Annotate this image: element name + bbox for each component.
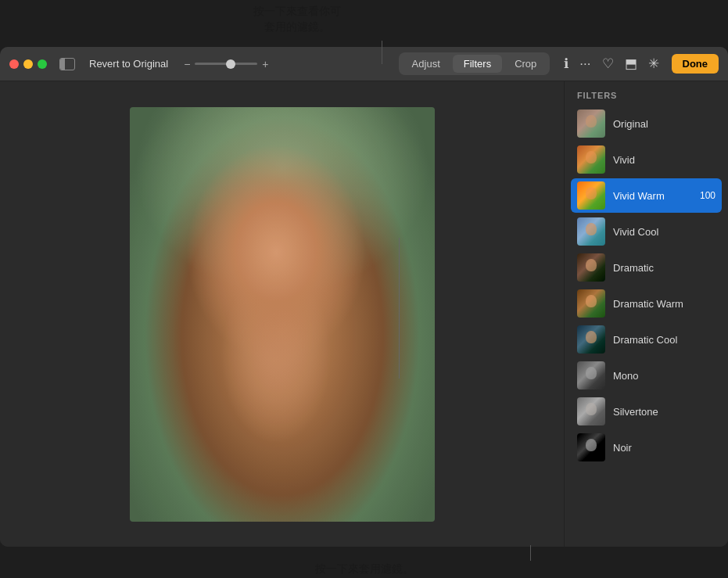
filter-name-silvertone: Silvertone — [613, 406, 715, 418]
content-area: FILTERS OriginalVividVivid Warm100Vivid … — [0, 81, 728, 547]
filter-thumb-silvertone — [577, 397, 605, 425]
tab-crop[interactable]: Crop — [504, 55, 547, 73]
filter-thumb-dramatic-warm — [577, 289, 605, 318]
zoom-increase-icon[interactable]: + — [260, 58, 270, 70]
filter-thumb-image-dramatic-warm — [577, 289, 605, 318]
filter-thumb-image-vivid-cool — [577, 217, 605, 246]
filter-thumb-vivid-cool — [577, 217, 605, 246]
filter-item-vivid-warm[interactable]: Vivid Warm100 — [571, 178, 722, 213]
main-window: Revert to Original − + Adjust Filters Cr… — [0, 47, 728, 547]
filter-intensity-vivid-warm: 100 — [700, 190, 715, 201]
filter-thumb-image-vivid-warm — [577, 181, 605, 210]
more-icon[interactable]: ··· — [578, 55, 592, 74]
close-button[interactable] — [9, 59, 19, 69]
revert-to-original-button[interactable]: Revert to Original — [84, 56, 173, 71]
toolbar-icons: ℹ ··· ♡ ⬒ ✳ — [562, 54, 660, 74]
edit-tabs: Adjust Filters Crop — [399, 52, 550, 75]
minimize-button[interactable] — [23, 59, 33, 69]
photo-background — [130, 107, 435, 522]
filter-item-vivid-cool[interactable]: Vivid Cool — [571, 214, 722, 249]
filter-item-dramatic-cool[interactable]: Dramatic Cool — [571, 322, 722, 357]
filter-thumb-image-vivid — [577, 145, 605, 174]
scroll-indicator — [399, 238, 400, 379]
filter-thumb-mono — [577, 361, 605, 390]
bottom-annotation: 按一下來套用濾鏡。 — [0, 562, 728, 576]
filter-item-mono[interactable]: Mono — [571, 358, 722, 393]
filter-item-silvertone[interactable]: Silvertone — [571, 394, 722, 429]
filter-name-dramatic-warm: Dramatic Warm — [613, 298, 715, 310]
top-annotation-text: 按一下來查看你可 套用的濾鏡。 — [253, 5, 341, 33]
maximize-button[interactable] — [38, 59, 47, 69]
sidebar-toggle-button[interactable] — [59, 58, 75, 70]
zoom-track[interactable] — [195, 63, 257, 65]
filter-name-noir: Noir — [613, 442, 715, 454]
filter-thumb-image-dramatic-cool — [577, 325, 605, 354]
top-annotation: 按一下來查看你可 套用的濾鏡。 — [211, 4, 383, 34]
filter-thumb-image-dramatic — [577, 253, 605, 282]
filter-thumb-vivid — [577, 145, 605, 174]
filter-item-noir[interactable]: Noir — [571, 430, 722, 465]
filters-list[interactable]: OriginalVividVivid Warm100Vivid CoolDram… — [565, 106, 728, 547]
traffic-lights — [9, 59, 47, 69]
filter-name-vivid: Vivid — [613, 154, 715, 166]
filter-item-dramatic[interactable]: Dramatic — [571, 250, 722, 285]
zoom-thumb[interactable] — [226, 59, 235, 69]
filter-thumb-image-original — [577, 109, 605, 138]
filter-name-original: Original — [613, 118, 715, 130]
filter-item-original[interactable]: Original — [571, 106, 722, 141]
filter-name-mono: Mono — [613, 370, 715, 382]
filter-name-vivid-warm: Vivid Warm — [613, 190, 692, 202]
filter-thumb-dramatic-cool — [577, 325, 605, 354]
favorite-icon[interactable]: ♡ — [601, 54, 615, 74]
filter-thumb-vivid-warm — [577, 181, 605, 210]
filter-name-vivid-cool: Vivid Cool — [613, 226, 715, 238]
photo-area — [0, 81, 564, 547]
tab-filters[interactable]: Filters — [453, 55, 502, 73]
bottom-annotation-text: 按一下來套用濾鏡。 — [315, 562, 414, 575]
filter-thumb-image-silvertone — [577, 397, 605, 425]
zoom-decrease-icon[interactable]: − — [182, 58, 192, 70]
filter-thumb-original — [577, 109, 605, 138]
titlebar: Revert to Original − + Adjust Filters Cr… — [0, 47, 728, 81]
filters-sidebar: FILTERS OriginalVividVivid Warm100Vivid … — [564, 81, 728, 547]
filter-item-dramatic-warm[interactable]: Dramatic Warm — [571, 286, 722, 321]
filters-header: FILTERS — [565, 81, 728, 106]
zoom-slider[interactable]: − + — [182, 58, 270, 70]
info-icon[interactable]: ℹ — [562, 54, 570, 74]
filter-items-container: OriginalVividVivid Warm100Vivid CoolDram… — [571, 106, 722, 465]
filter-name-dramatic: Dramatic — [613, 262, 715, 274]
filter-thumb-image-mono — [577, 361, 605, 390]
share-icon[interactable]: ⬒ — [623, 54, 639, 74]
filter-thumb-noir — [577, 433, 605, 461]
photo-container — [130, 107, 435, 522]
filter-item-vivid[interactable]: Vivid — [571, 142, 722, 177]
filter-name-dramatic-cool: Dramatic Cool — [613, 334, 715, 346]
markup-icon[interactable]: ✳ — [647, 54, 661, 74]
filter-thumb-image-noir — [577, 433, 605, 461]
filter-thumb-dramatic — [577, 253, 605, 282]
tab-adjust[interactable]: Adjust — [401, 55, 451, 73]
done-button[interactable]: Done — [672, 54, 719, 74]
warm-filter-overlay — [130, 107, 435, 522]
